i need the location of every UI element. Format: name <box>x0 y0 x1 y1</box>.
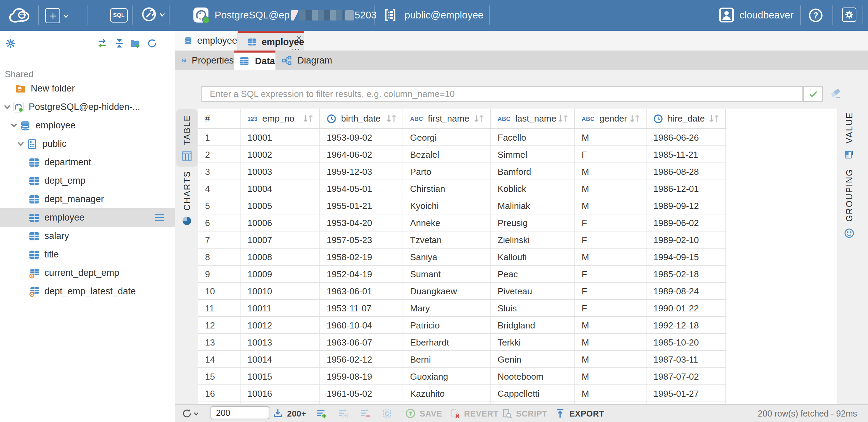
sort-icon[interactable] <box>302 113 314 124</box>
column-header-hire_date[interactable]: hire_date <box>647 109 726 128</box>
cell[interactable]: 1964-06-02 <box>320 146 403 163</box>
cloudbeaver-logo[interactable] <box>8 6 33 25</box>
column-header-rownum[interactable]: # <box>198 109 241 128</box>
cell[interactable]: Simmel <box>491 146 575 163</box>
cell[interactable]: 10004 <box>241 180 320 197</box>
fetch-more-button[interactable]: 200+ <box>273 405 306 422</box>
cell[interactable]: 10006 <box>241 214 320 231</box>
cell[interactable]: 1989-08-24 <box>647 283 726 299</box>
export-button[interactable]: EXPORT <box>555 405 604 422</box>
chevron-down-icon[interactable] <box>63 13 69 19</box>
chevron-down-icon[interactable] <box>159 11 165 17</box>
cell[interactable]: 10005 <box>241 197 320 214</box>
table-row[interactable]: 5100051955-01-21KyoichiMaliniakM1989-09-… <box>198 197 727 214</box>
script-button[interactable]: SCRIPT <box>502 405 547 422</box>
tab-properties[interactable]: Properties <box>175 51 234 70</box>
delete-row-button[interactable] <box>360 405 370 422</box>
table-row[interactable]: 3100031959-12-03PartoBamfordM1986-08-28 <box>198 163 727 180</box>
cell[interactable]: 3 <box>198 163 241 180</box>
row-menu-icon[interactable] <box>154 212 165 223</box>
cell[interactable]: 10014 <box>241 351 320 367</box>
refresh-result-button[interactable] <box>182 405 199 422</box>
column-header-first_name[interactable]: ABCfirst_name <box>403 109 491 128</box>
chevron-down-icon[interactable] <box>193 411 199 416</box>
tree-item-current-dept-emp[interactable]: current_dept_emp <box>0 264 175 282</box>
cell[interactable]: 1989-06-02 <box>647 214 726 231</box>
cell[interactable]: 1959-08-19 <box>320 368 403 384</box>
cell[interactable]: 10007 <box>241 231 320 248</box>
cell[interactable]: 7 <box>198 231 241 248</box>
table-row[interactable]: 15100151959-08-19GuoxiangNooteboomM1987-… <box>198 368 727 385</box>
tree-item-dept-emp-latest-date[interactable]: dept_emp_latest_date <box>0 282 175 300</box>
duplicate-row-button[interactable]: (+) <box>338 405 349 422</box>
cell[interactable]: 14 <box>198 351 241 367</box>
cell[interactable]: Tzvetan <box>403 231 491 248</box>
tree-item-employee[interactable]: employee <box>0 116 175 135</box>
cell[interactable]: 1989-02-10 <box>647 231 726 248</box>
cell[interactable]: 10008 <box>241 249 320 265</box>
cell[interactable]: Kyoichi <box>403 197 491 214</box>
panel-tab-grouping[interactable]: GROUPING <box>844 169 854 238</box>
presentation-tab-table[interactable]: TABLE <box>176 109 198 166</box>
cell[interactable]: 1985-11-21 <box>647 146 726 163</box>
row-limit-input[interactable] <box>211 406 269 419</box>
tree-item-dept-emp[interactable]: dept_emp <box>0 171 175 190</box>
tree-item-salary[interactable]: salary <box>0 227 175 245</box>
cell[interactable]: M <box>575 197 647 214</box>
cell[interactable]: 1986-06-26 <box>647 129 726 145</box>
cell[interactable]: 1957-05-23 <box>320 231 403 248</box>
cell[interactable]: Mary <box>403 300 491 316</box>
chevron-down-icon[interactable] <box>16 139 25 148</box>
sort-icon[interactable] <box>557 113 569 124</box>
cell[interactable]: M <box>575 129 647 145</box>
cell[interactable]: 1990-01-22 <box>647 300 726 316</box>
cell[interactable]: 10009 <box>241 266 320 282</box>
cell[interactable]: 1956-02-12 <box>320 351 403 367</box>
cell[interactable]: Zielinski <box>491 231 575 248</box>
cell[interactable]: F <box>575 214 647 231</box>
table-row[interactable]: 11100111953-11-07MarySluisF1990-01-22 <box>198 300 727 317</box>
cell[interactable]: M <box>575 180 647 197</box>
save-button[interactable]: SAVE <box>405 405 442 422</box>
cell[interactable]: 1994-09-15 <box>647 249 726 265</box>
tree-item-department[interactable]: department <box>0 153 175 171</box>
sidebar-settings-icon[interactable] <box>5 38 16 48</box>
sort-icon[interactable] <box>708 113 720 124</box>
tab-diagram[interactable]: Diagram <box>275 51 333 70</box>
cell[interactable]: Nooteboom <box>491 368 575 384</box>
table-row[interactable]: 7100071957-05-23TzvetanZielinskiF1989-02… <box>198 231 727 249</box>
tab-overflow-icon[interactable]: ... <box>292 44 300 51</box>
column-header-birth_date[interactable]: birth_date <box>320 109 403 128</box>
chevron-down-icon[interactable] <box>10 121 18 130</box>
cell[interactable]: 1952-04-19 <box>320 266 403 282</box>
cell[interactable]: F <box>575 146 647 163</box>
cell[interactable]: 10015 <box>241 368 320 384</box>
tree-item-dept-manager[interactable]: dept_manager <box>0 190 175 208</box>
panel-tab-value[interactable]: VALUE <box>844 112 854 160</box>
help-button[interactable]: ? <box>809 8 823 23</box>
cell[interactable]: Parto <box>403 163 491 180</box>
cell[interactable]: 1985-02-18 <box>647 266 726 282</box>
cell[interactable]: 10002 <box>241 146 320 163</box>
chevron-down-icon[interactable] <box>3 102 12 111</box>
cell[interactable]: 1954-05-01 <box>320 180 403 197</box>
schema-selector[interactable]: public@employee <box>383 8 484 22</box>
cell[interactable]: Preusig <box>491 214 575 231</box>
refresh-tree-icon[interactable] <box>147 38 157 48</box>
table-row[interactable]: 13100131963-06-07EberhardtTerkkiM1985-10… <box>198 334 727 351</box>
cell[interactable]: Bamford <box>491 163 575 180</box>
cell[interactable]: Georgi <box>403 129 491 145</box>
presentation-tab-charts[interactable]: CHARTS <box>176 165 198 232</box>
cell[interactable]: 4 <box>198 180 241 197</box>
tab-data[interactable]: Data <box>234 51 275 70</box>
close-icon[interactable]: × <box>296 33 301 42</box>
cell[interactable]: 2 <box>198 146 241 163</box>
column-header-emp_no[interactable]: 123emp_no <box>241 109 320 128</box>
cell[interactable]: 9 <box>198 266 241 282</box>
cell[interactable]: 13 <box>198 334 241 350</box>
cell[interactable]: Genin <box>491 351 575 367</box>
connection-selector[interactable]: PostgreSQL@ep5203 <box>193 8 377 23</box>
cell[interactable]: 1953-11-07 <box>320 300 403 316</box>
cell[interactable]: 11 <box>198 300 241 316</box>
cell[interactable]: 1953-04-20 <box>320 214 403 231</box>
